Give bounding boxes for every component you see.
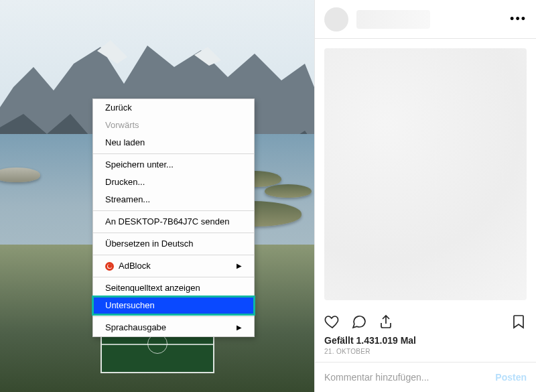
menu-item-print[interactable]: Drucken... (93, 174, 254, 191)
menu-item-view-source[interactable]: Seitenquelltext anzeigen (93, 279, 254, 297)
menu-item-label: AdBlock (119, 260, 151, 272)
caption-placeholder (324, 48, 527, 300)
comment-input[interactable]: Kommentar hinzufügen... (324, 372, 495, 383)
menu-item-translate[interactable]: Übersetzen in Deutsch (93, 235, 254, 253)
save-button[interactable] (511, 314, 527, 332)
menu-item-speech[interactable]: Sprachausgabe ▶ (93, 319, 254, 336)
bookmark-icon (511, 314, 527, 330)
comment-icon (351, 314, 367, 330)
more-options-button[interactable]: ••• (510, 12, 527, 26)
action-bar (315, 310, 536, 334)
menu-item-back[interactable]: Zurück (93, 99, 254, 117)
post-comment-button[interactable]: Posten (495, 372, 527, 383)
post-header: ••• (315, 0, 536, 39)
menu-separator (93, 153, 254, 154)
post-date: 21. Oktober (315, 346, 536, 362)
post-image[interactable]: Zurück Vorwärts Neu laden Speichern unte… (0, 0, 314, 392)
menu-item-forward: Vorwärts (93, 117, 254, 134)
menu-separator (93, 277, 254, 277)
like-button[interactable] (324, 314, 340, 332)
comment-button[interactable] (351, 314, 367, 332)
menu-separator (93, 233, 254, 233)
comment-box: Kommentar hinzufügen... Posten (315, 362, 536, 392)
post-sidebar: ••• Gefällt 1.431.019 Mal 21. Oktober Ko… (314, 0, 536, 392)
caption-area (315, 39, 536, 310)
heart-icon (324, 314, 340, 330)
share-icon (378, 314, 394, 330)
menu-item-inspect[interactable]: Untersuchen (93, 297, 254, 314)
menu-separator (93, 255, 254, 255)
share-button[interactable] (378, 314, 394, 332)
menu-item-reload[interactable]: Neu laden (93, 134, 254, 151)
avatar[interactable] (324, 7, 348, 31)
menu-item-adblock[interactable]: AdBlock ▶ (93, 257, 254, 275)
village-islet (0, 168, 40, 182)
islet (265, 184, 312, 198)
chevron-right-icon: ▶ (237, 322, 242, 334)
menu-item-stream[interactable]: Streamen... (93, 191, 254, 208)
username-placeholder[interactable] (356, 10, 430, 29)
adblock-icon (105, 262, 114, 271)
likes-count[interactable]: Gefällt 1.431.019 Mal (315, 334, 536, 346)
menu-item-label: Sprachausgabe (105, 322, 166, 334)
menu-item-save-as[interactable]: Speichern unter... (93, 156, 254, 174)
menu-separator (93, 316, 254, 317)
post-viewer: Zurück Vorwärts Neu laden Speichern unte… (0, 0, 536, 392)
menu-separator (93, 210, 254, 211)
menu-item-send-to[interactable]: An DESKTOP-7B64J7C senden (93, 213, 254, 231)
chevron-right-icon: ▶ (237, 260, 242, 272)
context-menu: Zurück Vorwärts Neu laden Speichern unte… (92, 99, 255, 337)
